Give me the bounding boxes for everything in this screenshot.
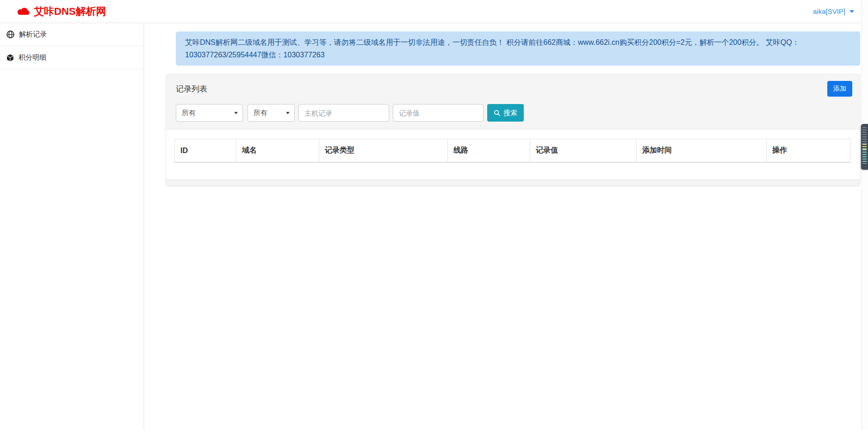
main-content: 艾咔DNS解析网二级域名用于测试、学习等，请勿将二级域名用于一切非法用途，一切责… xyxy=(144,23,868,430)
cube-icon xyxy=(6,54,14,61)
search-button-label: 搜索 xyxy=(503,109,517,117)
col-header-domain: 域名 xyxy=(236,139,319,163)
filter-toolbar: 所有 所有 xyxy=(176,104,852,122)
sidebar: 解析记录 积分明细 xyxy=(0,23,144,430)
type-filter-value: 所有 xyxy=(254,109,267,117)
sidebar-item-label: 积分明细 xyxy=(19,53,46,62)
search-button[interactable]: 搜索 xyxy=(487,104,524,122)
sidebar-item-label: 解析记录 xyxy=(19,30,47,39)
scrollbar-marker-widget[interactable] xyxy=(861,124,868,170)
notice-banner: 艾咔DNS解析网二级域名用于测试、学习等，请勿将二级域名用于一切非法用途，一切责… xyxy=(176,31,860,66)
cloud-logo-icon xyxy=(17,6,31,16)
col-header-value: 记录值 xyxy=(530,139,637,163)
user-dropdown[interactable]: aika[SVIP] xyxy=(813,7,854,15)
select-caret-icon xyxy=(286,112,290,114)
table-header-row: ID 域名 记录类型 线路 记录值 添加时间 操作 xyxy=(175,139,850,163)
marker-stripes-yellow xyxy=(862,144,867,149)
select-caret-icon xyxy=(234,112,238,114)
user-name: aika[SVIP] xyxy=(813,7,845,15)
host-record-input[interactable] xyxy=(298,104,389,122)
type-filter-select[interactable]: 所有 xyxy=(248,104,295,122)
col-header-time: 添加时间 xyxy=(637,139,767,163)
globe-icon xyxy=(6,31,14,38)
add-button[interactable]: 添加 xyxy=(827,81,852,97)
col-header-id: ID xyxy=(175,139,236,163)
records-panel: 记录列表 添加 所有 所有 xyxy=(166,74,860,186)
domain-filter-value: 所有 xyxy=(182,109,196,117)
marker-stripes-teal xyxy=(862,149,867,164)
brand-title: 艾咔DNS解析网 xyxy=(34,5,106,18)
records-table: ID 域名 记录类型 线路 记录值 添加时间 操作 xyxy=(174,139,850,163)
scrollbar-track[interactable] xyxy=(861,0,868,430)
panel-footer xyxy=(166,179,860,186)
caret-down-icon xyxy=(849,10,854,13)
col-header-line: 线路 xyxy=(448,139,530,163)
panel-heading: 记录列表 添加 所有 所有 xyxy=(166,74,860,129)
sidebar-item-points[interactable]: 积分明细 xyxy=(0,46,143,69)
notice-text: 艾咔DNS解析网二级域名用于测试、学习等，请勿将二级域名用于一切非法用途，一切责… xyxy=(185,38,800,59)
sidebar-item-records[interactable]: 解析记录 xyxy=(0,23,143,46)
col-header-action: 操作 xyxy=(767,139,850,163)
panel-title: 记录列表 xyxy=(176,84,207,94)
top-navbar: 艾咔DNS解析网 aika[SVIP] xyxy=(0,0,868,23)
panel-body: ID 域名 记录类型 线路 记录值 添加时间 操作 xyxy=(166,129,860,179)
page-layout: 解析记录 积分明细 艾咔DNS解析网二级域名用于测试、学习等，请勿将二级域名用于… xyxy=(0,23,868,430)
col-header-type: 记录类型 xyxy=(319,139,448,163)
marker-stripes-gray xyxy=(862,127,867,144)
domain-filter-select[interactable]: 所有 xyxy=(176,104,243,122)
brand[interactable]: 艾咔DNS解析网 xyxy=(17,5,106,18)
record-value-input[interactable] xyxy=(393,104,484,122)
search-icon xyxy=(494,110,501,117)
